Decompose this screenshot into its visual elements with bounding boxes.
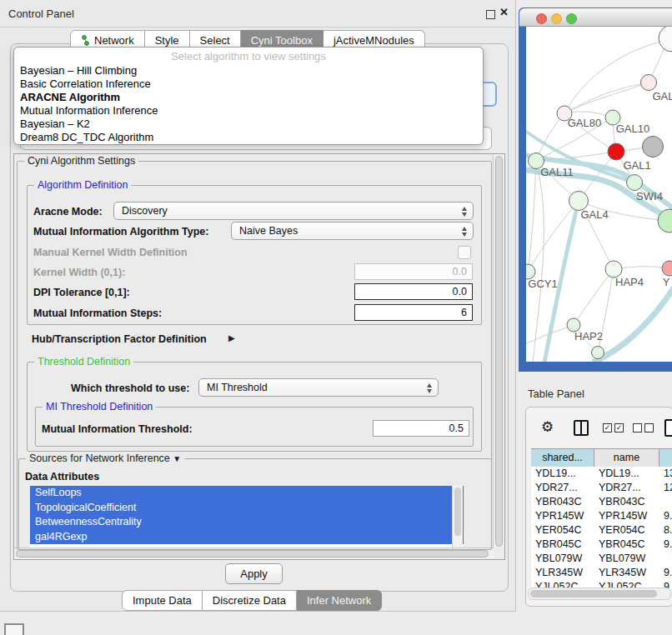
table-panel-title: Table Panel — [528, 388, 584, 400]
bottom-tab-discretize-data[interactable]: Discretize Data — [203, 590, 297, 611]
float-window-icon[interactable] — [486, 10, 495, 19]
table-panel-window: ⚙ ✓✓ shared... name YDL19...YDL19...13YD… — [525, 407, 672, 607]
kernel-width-field[interactable]: 0.0 — [354, 263, 473, 280]
manual-kernel-label: Manual Kernel Width Definition — [33, 247, 188, 258]
table-row[interactable]: YPR145WYPR145W9. — [531, 509, 672, 523]
which-threshold-combo[interactable]: MI Threshold — [198, 378, 439, 397]
table-row[interactable]: YLR345WYLR345W9. — [531, 566, 672, 580]
aracne-mode-value: Discovery — [122, 205, 168, 217]
hub-section-label[interactable]: Hub/Transcription Factor Definition — [32, 333, 207, 345]
network-canvas[interactable]: GAL7GAL80GAL10GAL1GAL11SWI4GAL4GCY1HAP4Y… — [526, 27, 672, 362]
table-row[interactable]: YDR27...YDR27...12 — [531, 481, 672, 495]
combo-arrows-icon — [461, 206, 468, 218]
deselect-all-checkboxes-icon[interactable] — [633, 423, 654, 432]
bottom-tab-impute-data[interactable]: Impute Data — [122, 590, 203, 611]
close-icon[interactable]: ✕ — [499, 6, 509, 18]
dpi-tolerance-field[interactable]: 0.0 — [354, 283, 473, 300]
mi-steps-label: Mutual Information Steps: — [33, 308, 162, 319]
collapse-right-icon[interactable]: ▶ — [228, 333, 235, 342]
sources-title-text: Sources for Network Inference — [29, 452, 170, 464]
minimize-traffic-light-icon[interactable] — [551, 13, 562, 24]
apply-button[interactable]: Apply — [225, 563, 283, 584]
dropdown-item-mutual-information-inference[interactable]: Mutual Information Inference — [14, 104, 483, 118]
table-cell: YDL19... — [531, 467, 594, 481]
table-horizontal-scrollbar[interactable] — [528, 588, 671, 600]
node-label: GAL10 — [616, 122, 649, 135]
bottom-tab-infer-network[interactable]: Infer Network — [297, 590, 382, 611]
collapse-down-icon: ▼ — [173, 454, 181, 463]
select-all-checkboxes-icon[interactable]: ✓✓ — [603, 423, 624, 432]
scrollbar-thumb[interactable] — [530, 590, 657, 598]
tab-label: Discretize Data — [213, 594, 286, 607]
table-cell: 12 — [659, 481, 672, 495]
attribute-item-betweennesscentrality[interactable]: BetweennessCentrality — [30, 515, 464, 530]
column-header[interactable] — [659, 449, 672, 467]
table-row[interactable]: YBL079WYBL079W — [531, 552, 672, 566]
zoom-traffic-light-icon[interactable] — [566, 13, 577, 24]
mi-threshold-title: MI Threshold Definition — [43, 401, 156, 412]
node[interactable] — [659, 27, 672, 52]
node-labels-group: GAL7GAL80GAL10GAL1GAL11SWI4GAL4GCY1HAP4Y… — [528, 90, 672, 342]
column-header[interactable]: shared... — [531, 449, 594, 467]
table-mode-icon[interactable] — [664, 419, 672, 437]
dropdown-item-basic-correlation-inference[interactable]: Basic Correlation Inference — [14, 78, 483, 91]
aracne-mode-combo[interactable]: Discovery — [113, 202, 474, 220]
node-label: GAL11 — [540, 166, 574, 178]
node-hap4[interactable] — [605, 261, 622, 278]
network-tab-icon — [81, 35, 90, 46]
algorithm-definition-title: Algorithm Definition — [34, 179, 131, 191]
sources-title[interactable]: Sources for Network Inference ▼ — [26, 452, 184, 464]
table-row[interactable]: YDL19...YDL19...13 — [531, 467, 672, 481]
which-threshold-value: MI Threshold — [207, 382, 268, 393]
table-row[interactable]: YBR045CYBR045C9. — [531, 538, 672, 552]
close-traffic-light-icon[interactable] — [536, 13, 547, 24]
scrollbar-thumb[interactable] — [495, 156, 503, 547]
columns-icon[interactable] — [574, 420, 589, 436]
tab-label: jActiveMNodules — [333, 34, 414, 47]
table-row[interactable]: YBR043CYBR043C — [531, 495, 672, 509]
settings-vertical-scrollbar[interactable] — [493, 154, 504, 548]
dropdown-item-bayesian-hill-climbing[interactable]: Bayesian – Hill Climbing — [14, 64, 483, 78]
control-panel-titlebar: Control Panel ✕ — [0, 0, 515, 28]
node-swi4[interactable] — [627, 175, 643, 191]
network-view-window: GAL7GAL80GAL10GAL1GAL11SWI4GAL4GCY1HAP4Y… — [519, 8, 672, 372]
restore-panel-icon[interactable] — [4, 623, 24, 635]
gear-icon[interactable]: ⚙ — [541, 418, 554, 436]
table-cell: 8. — [659, 523, 672, 538]
node-y[interactable] — [662, 261, 672, 276]
mi-threshold-field[interactable]: 0.5 — [373, 420, 469, 437]
dropdown-item-aracne-algorithm[interactable]: ARACNE Algorithm — [14, 91, 483, 104]
node[interactable] — [592, 347, 604, 359]
attribute-item-topologicalcoefficient[interactable]: TopologicalCoefficient — [30, 501, 464, 516]
table-cell — [659, 495, 672, 509]
which-threshold-label: Which threshold to use: — [71, 382, 189, 394]
column-header[interactable]: name — [594, 449, 659, 467]
panel-title: Control Panel — [8, 8, 74, 20]
mi-algorithm-type-label: Mutual Information Algorithm Type: — [33, 226, 208, 238]
mi-algorithm-type-combo[interactable]: Naive Bayes — [231, 222, 474, 240]
bottom-tab-strip: Impute DataDiscretize DataInfer Network — [122, 590, 382, 609]
combo-arrows-icon — [426, 382, 433, 394]
network-graph: GAL7GAL80GAL10GAL1GAL11SWI4GAL4GCY1HAP4Y… — [526, 27, 672, 362]
table-cell: 9. — [659, 538, 672, 552]
manual-kernel-checkbox[interactable] — [458, 246, 471, 259]
node-label: GAL80 — [568, 117, 601, 129]
dropdown-item-dream8-dc-tdc-algorithm[interactable]: Dream8 DC_TDC Algorithm — [14, 131, 483, 144]
scrollbar-thumb[interactable] — [454, 488, 461, 536]
attributes-list-scrollbar[interactable] — [452, 486, 463, 548]
attribute-item-gal4rgexp[interactable]: gal4RGexp — [30, 530, 464, 545]
table-cell: YBL079W — [594, 552, 659, 566]
dropdown-item-bayesian-k2[interactable]: Bayesian – K2 — [14, 118, 483, 131]
network-window-titlebar[interactable] — [519, 8, 672, 27]
node-gal7[interactable] — [641, 75, 657, 91]
aracne-mode-label: Aracne Mode: — [33, 206, 103, 218]
node-gal1[interactable] — [608, 143, 624, 160]
node[interactable] — [643, 137, 664, 158]
table-row[interactable]: YER054CYER054C8. — [531, 523, 672, 538]
mi-steps-field[interactable]: 6 — [354, 304, 473, 321]
data-attributes-label: Data Attributes — [25, 471, 99, 482]
scrollbar-thumb[interactable] — [16, 550, 489, 558]
table-cell: YLR345W — [594, 566, 659, 580]
attribute-item-selfloops[interactable]: SelfLoops — [30, 486, 464, 501]
node-label: GAL1 — [623, 159, 650, 172]
